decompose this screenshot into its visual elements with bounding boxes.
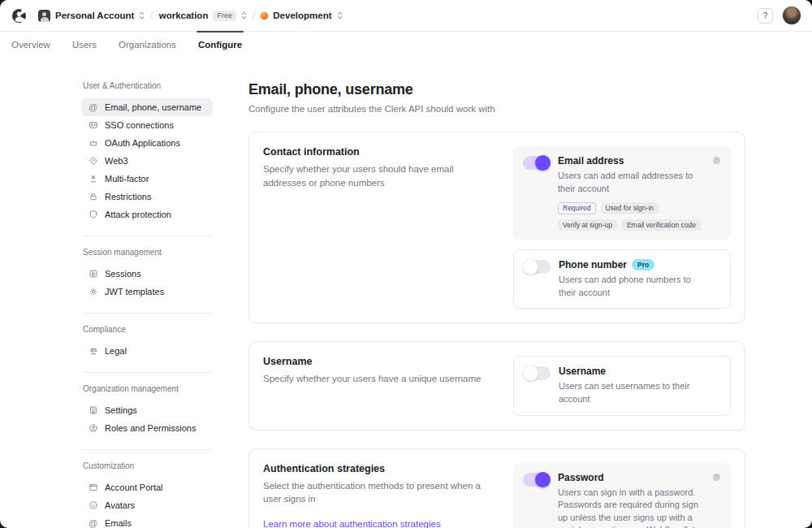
panel-title: Email address [558,155,624,167]
breadcrumb: Personal Account / workcation Free / Dev… [38,10,343,22]
sidebar-item-sso-connections[interactable]: SSO connections [81,116,213,134]
sidebar-item-avatars[interactable]: Avatars [81,496,213,514]
gear-icon[interactable] [711,472,722,483]
sidebar-item-settings[interactable]: Settings [81,401,213,419]
username-toggle[interactable] [524,366,551,380]
sidebar-item-emails[interactable]: @Emails [81,514,213,528]
card-username: UsernameSpecify whether your users have … [248,341,745,430]
sidebar-item-jwt-templates[interactable]: JWT templates [81,283,213,301]
panel-body: UsernameUsers can set usernames to their… [559,366,720,405]
header-actions: ? [758,6,801,24]
page-title: Email, phone, username [248,81,745,98]
sidebar-section-label: Organization management [83,384,213,393]
badge-verify-at-sign-up: Verify at sign-up [558,219,617,232]
clerk-dashboard-window: Personal Account / workcation Free / Dev… [0,0,812,528]
sidebar-section-label: Compliance [83,325,213,334]
panel-body: Phone numberProUsers can add phone numbe… [559,259,720,299]
sidebar-item-label: Settings [105,405,137,415]
breadcrumb-separator: / [150,10,153,21]
crown-icon [88,138,98,149]
card-settings-column: PasswordUsers can sign in with a passwor… [513,463,731,528]
account-name: Personal Account [55,11,134,20]
sidebar-item-label: Legal [105,346,127,356]
sidebar-item-multi-factor[interactable]: Multi-factor [81,170,213,188]
sidebar-section-label: Customization [83,461,213,470]
sidebar-item-label: Roles and Permissions [105,423,197,433]
tab-users[interactable]: Users [72,32,97,57]
card-description-column: UsernameSpecify whether your users have … [263,356,489,415]
breadcrumb-separator: / [253,10,255,21]
shield-icon [88,210,98,220]
sidebar-item-web3[interactable]: Web3 [81,152,213,170]
card-title: Authentication strategies [263,463,486,474]
sidebar-divider [83,372,211,373]
toggle-knob [535,472,551,487]
content-area: User & Authentication@Email, phone, user… [0,57,812,528]
sidebar-item-sessions[interactable]: Sessions [81,265,213,283]
tab-organizations[interactable]: Organizations [119,32,176,57]
panel-description: Users can set usernames to their account [559,380,720,405]
panel-title: Password [558,472,604,483]
card-settings-column: UsernameUsers can set usernames to their… [513,356,731,415]
gear-icon[interactable] [711,155,722,166]
at-icon: @ [88,102,98,113]
panel-description: Users can add phone numbers to their acc… [559,274,720,299]
badge-used-for-sign-in: Used for sign-in [601,202,659,214]
main-nav-tabs: OverviewUsersOrganizationsConfigure [0,31,812,57]
setting-panel-phone-number: Phone numberProUsers can add phone numbe… [513,249,731,309]
phone-number-toggle[interactable] [524,260,551,274]
card-contact-information: Contact informationSpecify whether your … [248,132,745,323]
settings-sidebar: User & Authentication@Email, phone, user… [81,81,213,528]
sidebar-item-oauth-applications[interactable]: OAuth Applications [81,134,213,152]
application-switcher-icon[interactable] [241,11,247,19]
panel-badges: RequiredUsed for sign-inVerify at sign-u… [558,202,721,231]
setting-panel-username: UsernameUsers can set usernames to their… [513,356,731,415]
user-avatar[interactable] [783,6,801,24]
sidebar-item-label: Emails [105,518,132,528]
toggle-knob [523,259,538,275]
card-description-column: Authentication strategiesSelect the auth… [263,463,489,528]
sidebar-item-label: Attack protection [105,210,171,219]
building-icon [88,405,98,416]
setting-panel-email-address: Email addressUsers can add email address… [513,146,731,240]
sidebar-divider [83,236,211,236]
sidebar-item-attack-protection[interactable]: Attack protection [81,206,213,223]
card-description-column: Contact informationSpecify whether your … [263,146,489,309]
card-description: Specify whether your users should have e… [263,162,486,189]
sidebar-item-label: Avatars [105,500,135,510]
tab-configure[interactable]: Configure [198,32,242,57]
sidebar-item-roles-and-permissions[interactable]: Roles and Permissions [81,419,213,437]
breadcrumb-environment[interactable]: Development [261,11,342,20]
sidebar-divider [83,449,211,450]
gear-icon [88,287,98,297]
toggle-knob [523,366,538,381]
clerk-logo-icon[interactable] [11,8,27,24]
panel-title: Username [559,366,606,377]
panel-description: Users can add email addresses to their a… [558,170,721,195]
help-button[interactable]: ? [758,8,773,24]
tab-overview[interactable]: Overview [11,32,50,57]
sidebar-item-label: Multi-factor [105,174,149,184]
page-subtitle: Configure the user attributes the Clerk … [248,104,745,114]
sidebar-item-email-phone-username[interactable]: @Email, phone, username [81,98,213,116]
badge-required: Required [558,202,596,214]
sidebar-item-label: Restrictions [105,192,151,201]
email-address-toggle[interactable] [523,156,550,170]
setting-panel-password: PasswordUsers can sign in with a passwor… [513,463,731,528]
toggle-knob [535,155,551,171]
environment-switcher-icon[interactable] [337,11,343,19]
sidebar-item-restrictions[interactable]: Restrictions [81,188,213,206]
sidebar-item-account-portal[interactable]: Account Portal [81,478,213,496]
card-authentication-strategies: Authentication strategiesSelect the auth… [248,448,745,528]
diamond-icon [88,156,98,167]
password-toggle[interactable] [523,473,550,487]
learn-more-link[interactable]: Learn more about authentication strategi… [263,519,441,528]
application-name: workcation [159,11,209,20]
badge-email-verification-code: Email verification code [622,219,701,232]
breadcrumb-application[interactable]: workcation Free [159,11,247,21]
account-switcher-icon[interactable] [139,11,145,19]
face-icon [88,500,98,511]
sidebar-item-legal[interactable]: Legal [81,342,213,360]
breadcrumb-account[interactable]: Personal Account [38,10,145,22]
main-panel: Email, phone, username Configure the use… [248,81,745,528]
